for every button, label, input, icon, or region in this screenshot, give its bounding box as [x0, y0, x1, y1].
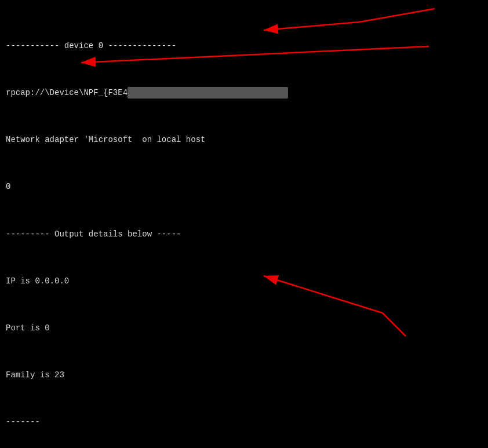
line-2: rpcap://\Device\NPF_{F3E4: [6, 87, 482, 99]
line-4: 0: [6, 181, 482, 192]
line-6: IP is 0.0.0.0: [6, 275, 482, 287]
line-9: -------: [6, 416, 482, 428]
line-5: --------- Output details below -----: [6, 228, 482, 240]
line-8: Family is 23: [6, 369, 482, 381]
line-1: ----------- device 0 --------------: [6, 40, 482, 52]
redacted-1: [128, 87, 288, 99]
line-3: Network adapter 'Microsoft on local host: [6, 134, 482, 145]
line-2-prefix: rpcap://\Device\NPF_{F3E4: [6, 88, 128, 97]
line-7: Port is 0: [6, 322, 482, 334]
terminal-output: ----------- device 0 -------------- rpca…: [0, 0, 488, 448]
